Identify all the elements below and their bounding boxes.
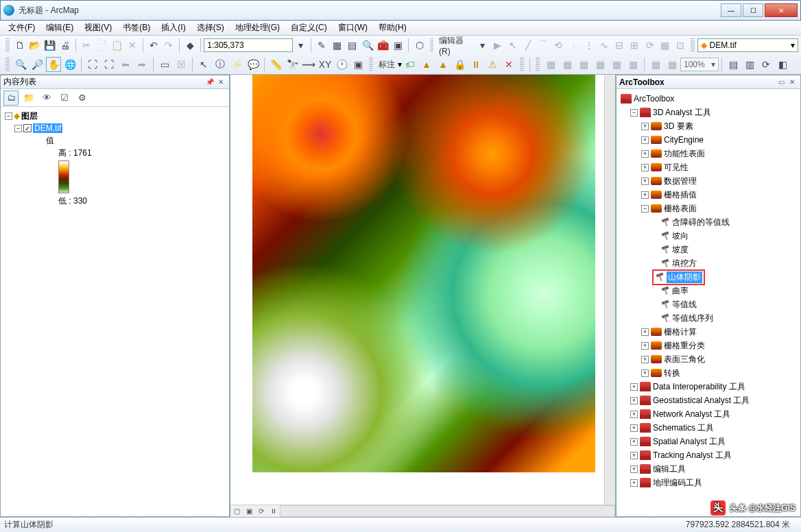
expand-icon[interactable]: + (630, 411, 638, 418)
expand-icon[interactable]: + (630, 452, 638, 459)
clear-selection-icon[interactable]: ☒ (174, 57, 189, 72)
panel-close-icon[interactable]: ✕ (787, 77, 798, 87)
editor-dropdown-icon[interactable]: ▾ (475, 38, 489, 53)
html-popup-icon[interactable]: 💬 (246, 57, 261, 72)
editor-label[interactable]: 编辑器(R) (436, 35, 475, 56)
tool-row[interactable]: 等值线序列 (619, 311, 798, 325)
close-button[interactable]: ✕ (765, 3, 798, 17)
menu-help[interactable]: 帮助(H) (373, 20, 412, 36)
layer-row[interactable]: − ✓ DEM.tif (5, 122, 225, 134)
toolset-raster-surface[interactable]: −栅格表面 (619, 202, 798, 215)
toolset-row[interactable]: +功能性表面 (619, 147, 798, 160)
tool-row[interactable]: 曲率 (619, 284, 798, 298)
refresh-icon[interactable]: ⟳ (758, 57, 774, 72)
catalog-icon[interactable]: ▤ (346, 38, 359, 53)
toolset-row[interactable]: +数据管理 (619, 174, 798, 188)
fixed-zoom-out-icon[interactable]: ⛶ (101, 57, 117, 72)
view-unplaced-icon[interactable]: ⚠ (485, 57, 500, 72)
toolset-row[interactable]: +栅格插值 (619, 188, 798, 202)
expand-icon[interactable]: + (641, 328, 649, 336)
minimize-button[interactable]: — (721, 3, 741, 17)
reshape-icon[interactable]: ∿ (597, 38, 611, 53)
vertical-scrollbar[interactable] (604, 75, 615, 505)
attributes-icon[interactable]: ▦ (658, 38, 672, 53)
toolset-row[interactable]: +栅格重分类 (619, 339, 798, 352)
pause-btn[interactable]: ⏸ (267, 505, 280, 517)
layout-view-btn[interactable]: ▣ (243, 505, 255, 517)
expand-icon[interactable]: + (641, 136, 649, 144)
grip-icon[interactable] (691, 38, 695, 52)
maximize-button[interactable]: ☐ (743, 3, 763, 17)
rotate-icon[interactable]: ⟳ (643, 38, 656, 53)
toolbox-row[interactable]: +Geostatistical Analyst 工具 (619, 394, 798, 407)
split-icon[interactable]: ⊞ (627, 38, 641, 53)
georef-2-icon[interactable]: ▦ (560, 57, 575, 72)
cut-icon[interactable]: ✂ (80, 38, 93, 53)
toolbox-row[interactable]: +编辑工具 (619, 462, 798, 476)
list-by-source-icon[interactable]: 📁 (21, 90, 36, 106)
panel-undock-icon[interactable]: ▭ (776, 77, 787, 87)
time-slider-icon[interactable]: 🕐 (334, 57, 349, 72)
grip-icon[interactable] (5, 58, 10, 71)
expand-icon[interactable]: + (641, 164, 649, 171)
menu-window[interactable]: 窗口(W) (333, 20, 373, 36)
georef-5-icon[interactable]: ▦ (609, 57, 624, 72)
toolbox-3d-analyst[interactable]: −3D Analyst 工具 (619, 106, 798, 119)
fixed-zoom-in-icon[interactable]: ⛶ (85, 57, 100, 72)
editor-toolbar-icon[interactable]: ✎ (315, 38, 328, 53)
grip-icon[interactable] (536, 58, 540, 71)
tool-row[interactable]: 坡向 (619, 229, 798, 243)
toolset-row[interactable]: +CityEngine (619, 133, 798, 147)
redo-icon[interactable]: ↷ (162, 38, 176, 53)
grip-icon[interactable] (430, 38, 434, 52)
zoom-out-icon[interactable]: 🔎 (29, 57, 45, 72)
georef-8-icon[interactable]: ▦ (665, 57, 680, 72)
data-view-icon[interactable]: ▥ (742, 57, 757, 72)
toolset-row[interactable]: +栅格计算 (619, 325, 798, 339)
menu-geoprocessing[interactable]: 地理处理(G) (230, 20, 285, 36)
identify-icon[interactable]: ⓘ (213, 57, 228, 72)
python-icon[interactable]: ▣ (391, 38, 405, 53)
cut-polygons-icon[interactable]: ⊟ (612, 38, 626, 53)
toolbox-row[interactable]: +Spatial Analyst 工具 (619, 435, 798, 448)
save-icon[interactable]: 💾 (43, 38, 57, 53)
expand-icon[interactable]: + (641, 123, 649, 130)
find-route-icon[interactable]: ⟿ (301, 57, 316, 72)
grip-icon[interactable] (520, 58, 524, 71)
edit-vertices-icon[interactable]: ⋮ (582, 38, 596, 53)
point-icon[interactable]: · (567, 38, 581, 53)
pause-labels-icon[interactable]: ⏸ (468, 57, 483, 72)
grip-icon[interactable] (369, 58, 373, 71)
tool-row[interactable]: 含障碍的等值线 (619, 215, 798, 229)
trace-icon[interactable]: ⟲ (551, 38, 565, 53)
toolbox-row[interactable]: +Data Interoperability 工具 (619, 380, 798, 394)
refresh-btn[interactable]: ⟳ (255, 505, 267, 517)
expand-icon[interactable]: + (641, 178, 649, 185)
zoom-in-icon[interactable]: 🔍 (13, 57, 28, 72)
layer-selector[interactable]: ◆DEM.tif ▾ (697, 38, 799, 52)
delete-icon[interactable]: ✕ (125, 38, 139, 53)
forward-icon[interactable]: ➡ (134, 57, 150, 72)
expand-icon[interactable]: + (630, 397, 638, 404)
expand-icon[interactable]: + (630, 466, 638, 473)
tool-row[interactable]: 坡度 (619, 243, 798, 256)
menu-view[interactable]: 视图(V) (79, 20, 117, 36)
label-icon[interactable]: 🏷 (403, 57, 418, 72)
georef-6-icon[interactable]: ▦ (625, 57, 641, 72)
menu-selection[interactable]: 选择(S) (191, 20, 230, 36)
toggle-icon[interactable]: ◧ (775, 57, 790, 72)
toolset-row[interactable]: +表面三角化 (619, 352, 798, 366)
grip-icon[interactable] (5, 38, 10, 52)
menu-file[interactable]: 文件(F) (3, 20, 40, 36)
list-by-drawing-icon[interactable]: 🗂 (3, 90, 19, 106)
search-icon[interactable]: 🔍 (361, 38, 374, 53)
scale-input[interactable] (204, 38, 293, 52)
abort-labels-icon[interactable]: ✕ (501, 57, 516, 72)
sketch-props-icon[interactable]: ⊡ (673, 38, 687, 53)
expand-icon[interactable]: + (641, 370, 649, 377)
annotate-label[interactable]: 标注 (376, 59, 398, 71)
measure-icon[interactable]: 📏 (268, 57, 283, 72)
hyperlink-icon[interactable]: ⚡ (229, 57, 244, 72)
toolset-row[interactable]: +可见性 (619, 160, 798, 174)
arctoolbox-icon[interactable]: 🧰 (376, 38, 390, 53)
